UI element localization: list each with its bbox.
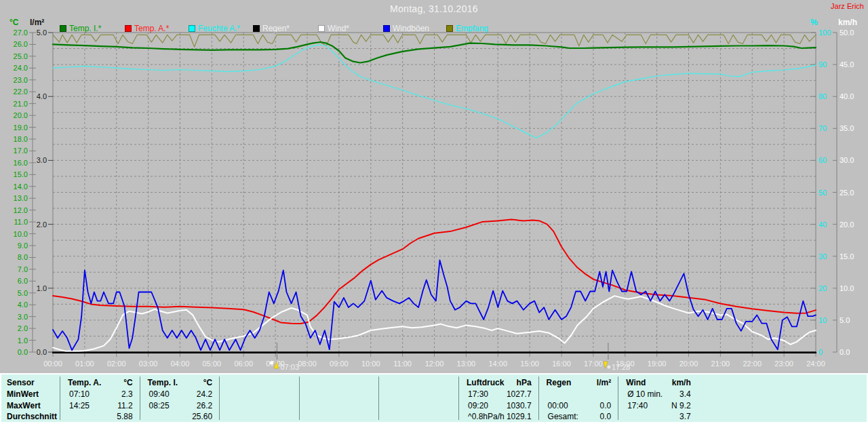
wind-axis-tick-label: 45.0 xyxy=(840,60,854,69)
rain-axis-tick-label: 1.0 xyxy=(37,284,47,292)
wind-axis-tick-label: 50.0 xyxy=(840,28,854,37)
humidity-axis-tick-label: 50 xyxy=(818,189,827,197)
temp-axis-tick-label: 10.0 xyxy=(14,230,28,238)
temp-axis-tick-label: 7.0 xyxy=(18,265,28,273)
stats-value-number: 0.0 xyxy=(547,411,612,422)
wind-axis-tick-label: 40.0 xyxy=(840,92,854,100)
temp-axis-tick-label: 2.0 xyxy=(18,324,28,332)
sunrise-time-label: 07:03 xyxy=(280,363,299,371)
x-axis-tick-label: 11:00 xyxy=(393,360,412,368)
wind-axis-tick-label: 25.0 xyxy=(840,189,854,197)
stats-row-label: Durchschnitt xyxy=(7,411,58,422)
stats-row-label: MaxWert xyxy=(7,400,58,411)
temp-axis-tick-label: 22.0 xyxy=(14,88,28,96)
sunset-arrow-icon xyxy=(604,362,608,368)
x-axis-tick-label: 21:00 xyxy=(711,360,730,368)
wind-axis-tick-label: 30.0 xyxy=(840,156,854,164)
stats-column-divider xyxy=(618,377,618,420)
stats-col-header-unit: °C xyxy=(148,377,213,388)
x-axis-tick-label: 24:00 xyxy=(806,360,825,368)
temp-axis-tick-label: 11.0 xyxy=(14,218,28,226)
humidity-axis-tick-label: 80 xyxy=(818,92,827,100)
humidity-axis-tick-label: 40 xyxy=(818,220,827,229)
temp-axis-tick-label: 24.0 xyxy=(14,64,28,72)
x-axis-tick-label: 16:00 xyxy=(552,360,571,368)
stats-value-number: 3.7 xyxy=(626,411,691,422)
humidity-axis-tick-label: 90 xyxy=(818,60,827,69)
stats-column-divider xyxy=(140,377,140,420)
stats-column-divider xyxy=(60,377,60,420)
temp-axis-tick-label: 8.0 xyxy=(18,253,28,261)
rain-axis-tick-label: 0.0 xyxy=(37,348,47,356)
temp-axis-tick-label: 5.0 xyxy=(18,289,28,297)
wind-axis-tick-label: 5.0 xyxy=(840,316,850,324)
x-axis-tick-label: 12:00 xyxy=(425,360,444,368)
rain-axis-tick-label: 3.0 xyxy=(37,156,47,164)
stats-col-header-unit: km/h xyxy=(626,377,691,388)
x-axis-tick-label: 01:00 xyxy=(75,360,94,368)
stats-value-number: 1027.7 xyxy=(467,389,532,400)
temp-axis-tick-label: 27.0 xyxy=(14,28,28,37)
stats-value-number: 26.2 xyxy=(148,400,213,411)
temp-axis-tick-label: 17.0 xyxy=(14,147,28,155)
weather-chart: 0.01.02.03.04.05.06.07.08.09.010.011.012… xyxy=(0,0,868,374)
stats-value-number: 25.60 xyxy=(148,411,213,422)
rain-axis-tick-label: 2.0 xyxy=(37,220,47,229)
x-axis-tick-label: 02:00 xyxy=(107,360,126,368)
stats-value-number: 1030.7 xyxy=(467,400,532,411)
x-axis-tick-label: 04:00 xyxy=(171,360,190,368)
stats-column-divider xyxy=(299,377,300,420)
temp-axis-tick-label: 14.0 xyxy=(14,182,28,191)
humidity-axis-tick-label: 70 xyxy=(818,124,827,132)
stats-panel: SensorMinWertMaxWertDurchschnittTemp. A.… xyxy=(0,373,868,424)
wind-axis-tick-label: 15.0 xyxy=(840,252,854,261)
wind-axis-tick-label: 0.0 xyxy=(840,348,850,356)
rain-axis-tick-label: 5.0 xyxy=(37,28,47,37)
stats-column-divider xyxy=(378,377,379,420)
temp-axis-tick-label: 19.0 xyxy=(14,123,28,132)
stats-column-divider xyxy=(219,377,220,420)
stats-value-number: 24.2 xyxy=(148,389,213,400)
stats-value-number: 3.4 xyxy=(626,389,691,400)
stats-col-header-unit: hPa xyxy=(467,377,532,388)
stats-col-header-unit: l/m² xyxy=(547,377,612,388)
humidity-axis-tick-label: 60 xyxy=(818,156,827,164)
x-axis-tick-label: 22:00 xyxy=(743,360,762,368)
humidity-axis-tick-label: 30 xyxy=(818,252,827,261)
x-axis-tick-label: 00:00 xyxy=(43,360,62,368)
stats-row-label: Sensor xyxy=(7,377,58,388)
x-axis-tick-label: 09:00 xyxy=(330,360,349,368)
sunset-icon xyxy=(607,366,610,369)
stats-value-number: N 9.2 xyxy=(626,400,691,411)
stats-value-number: 5.88 xyxy=(68,411,133,422)
temp-axis-tick-label: 3.0 xyxy=(18,313,28,321)
temp-axis-tick-label: 26.0 xyxy=(14,40,28,48)
temp-axis-tick-label: 16.0 xyxy=(14,159,28,167)
temp-axis-tick-label: 20.0 xyxy=(14,111,28,119)
x-axis-tick-label: 08:00 xyxy=(298,360,317,368)
temp-axis-tick-label: 25.0 xyxy=(14,52,28,60)
temp-axis-tick-label: 4.0 xyxy=(18,301,28,309)
wind-axis-tick-label: 10.0 xyxy=(840,284,854,292)
humidity-axis-tick-label: 100 xyxy=(818,28,831,37)
stats-value-number: 1029.1 xyxy=(467,411,532,422)
x-axis-tick-label: 23:00 xyxy=(774,360,793,368)
stats-column-divider xyxy=(458,377,459,420)
temp-axis-tick-label: 6.0 xyxy=(18,277,28,285)
temp-axis-tick-label: 1.0 xyxy=(18,336,28,345)
x-axis-tick-label: 15:00 xyxy=(520,360,539,368)
stats-col-header-unit: °C xyxy=(68,377,133,388)
x-axis-tick-label: 17:00 xyxy=(584,360,603,368)
stats-row-label: MinWert xyxy=(7,389,58,400)
temp-axis-tick-label: 15.0 xyxy=(14,170,28,178)
x-axis-tick-label: 20:00 xyxy=(679,360,698,368)
temp-axis-tick-label: 0.0 xyxy=(18,348,28,356)
x-axis-tick-label: 06:00 xyxy=(234,360,253,368)
sunset-time-label: 17:28 xyxy=(612,363,631,371)
rain-axis-tick-label: 4.0 xyxy=(37,92,47,100)
x-axis-tick-label: 05:00 xyxy=(203,360,222,368)
humidity-axis-tick-label: 20 xyxy=(818,284,827,292)
series-temp-a-line xyxy=(53,220,816,324)
x-axis-tick-label: 03:00 xyxy=(139,360,158,368)
temp-axis-tick-label: 12.0 xyxy=(14,206,28,214)
